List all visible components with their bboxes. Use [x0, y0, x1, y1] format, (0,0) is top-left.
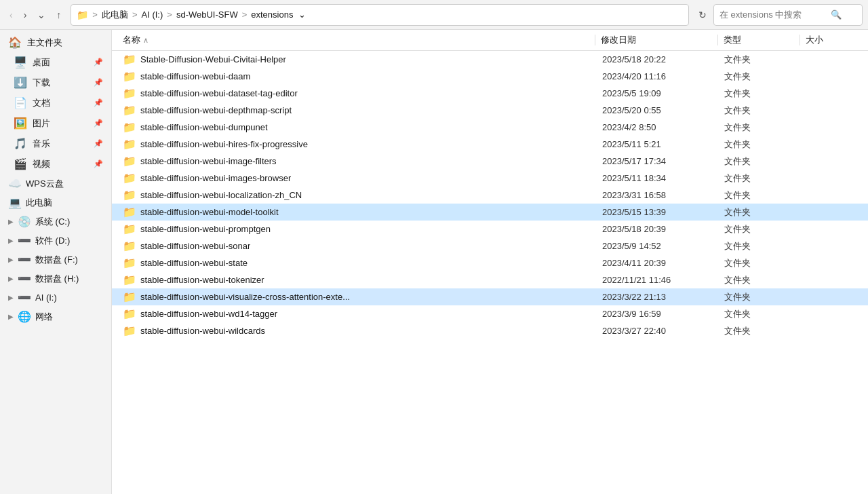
file-date: 2023/4/20 11:16 [597, 71, 719, 81]
drive-i-icon: ➖ [18, 291, 31, 304]
file-type: 文件夹 [719, 291, 800, 303]
folder-icon: 📁 [123, 189, 136, 202]
folder-icon: 📁 [123, 155, 136, 168]
sidebar-item-drive-i[interactable]: ▶ ➖ AI (I:) [3, 288, 108, 307]
file-date: 2023/5/11 18:34 [597, 173, 719, 183]
sidebar-item-network[interactable]: ▶ 🌐 网络 [3, 307, 108, 326]
table-row[interactable]: 📁 stable-diffusion-webui-images-browser … [112, 170, 868, 187]
table-row[interactable]: 📁 stable-diffusion-webui-promptgen 2023/… [112, 221, 868, 238]
file-name: stable-diffusion-webui-wd14-tagger [140, 309, 277, 319]
table-row[interactable]: 📁 stable-diffusion-webui-tokenizer 2022/… [112, 271, 868, 288]
sidebar-main-folder[interactable]: 🏠 主文件夹 [3, 33, 108, 52]
file-type: 文件夹 [719, 206, 800, 218]
sidebar-item-drive-f[interactable]: ▶ ➖ 数据盘 (F:) [3, 250, 108, 269]
file-name: stable-diffusion-webui-promptgen [140, 224, 271, 234]
file-name: stable-diffusion-webui-wildcards [140, 326, 265, 336]
sidebar-item-desktop[interactable]: 🖥️ 桌面 📌 [3, 52, 108, 72]
file-date: 2023/5/5 19:09 [597, 88, 719, 98]
chevron-right-icon: ▶ [8, 256, 14, 263]
downloads-icon: ⬇️ [14, 76, 27, 89]
folder-icon: 📁 [123, 290, 136, 303]
table-row[interactable]: 📁 stable-diffusion-webui-dataset-tag-edi… [112, 85, 868, 102]
network-icon: 🌐 [18, 310, 31, 323]
file-name: stable-diffusion-webui-image-filters [140, 156, 277, 166]
folder-icon: 📁 [123, 273, 136, 286]
file-name: stable-diffusion-webui-tokenizer [140, 275, 264, 285]
search-icon[interactable]: 🔍 [831, 10, 842, 20]
table-row[interactable]: 📁 stable-diffusion-webui-sonar 2023/5/9 … [112, 238, 868, 254]
col-header-size[interactable]: 大小 [800, 34, 868, 46]
address-dropdown-icon[interactable]: ⌄ [298, 10, 306, 20]
pin-icon: 📌 [94, 78, 103, 87]
folder-icon: 📁 [123, 172, 136, 185]
refresh-button[interactable]: ↻ [694, 7, 711, 23]
search-bar: 🔍 [713, 4, 863, 26]
dropdown-button[interactable]: ⌄ [33, 7, 50, 23]
table-row[interactable]: 📁 stable-diffusion-webui-dumpunet 2023/4… [112, 119, 868, 136]
file-name: stable-diffusion-webui-dumpunet [140, 122, 268, 132]
sidebar-item-wpscloud[interactable]: ☁️ WPS云盘 [3, 174, 108, 193]
pin-icon: 📌 [94, 98, 103, 107]
sidebar-item-drive-d[interactable]: ▶ ➖ 软件 (D:) [3, 231, 108, 250]
breadcrumb-ai[interactable]: AI (I:) [142, 10, 163, 20]
top-navigation-bar: ‹ › ⌄ ↑ 📁 > 此电脑 > AI (I:) > sd-WebUI-SFW… [0, 0, 868, 30]
col-header-type[interactable]: 类型 [718, 34, 800, 46]
file-type: 文件夹 [719, 308, 800, 320]
table-row[interactable]: 📁 stable-diffusion-webui-wildcards 2023/… [112, 322, 868, 339]
file-type: 文件夹 [719, 71, 800, 83]
file-date: 2023/3/9 16:59 [597, 309, 719, 319]
sidebar-item-pictures[interactable]: 🖼️ 图片 📌 [3, 113, 108, 133]
table-row[interactable]: 📁 stable-diffusion-webui-localization-zh… [112, 187, 868, 204]
sidebar-item-downloads[interactable]: ⬇️ 下载 📌 [3, 73, 108, 92]
file-name: stable-diffusion-webui-images-browser [140, 173, 291, 183]
computer-icon: 💻 [8, 196, 22, 209]
drive-c-icon: 💿 [18, 215, 31, 228]
table-row[interactable]: 📁 stable-diffusion-webui-hires-fix-progr… [112, 136, 868, 153]
table-row[interactable]: 📁 Stable-Diffusion-Webui-Civitai-Helper … [112, 51, 868, 68]
sidebar-item-music[interactable]: 🎵 音乐 📌 [3, 134, 108, 153]
folder-icon: 📁 [123, 53, 136, 66]
sidebar-item-videos[interactable]: 🎬 视频 📌 [3, 154, 108, 174]
file-type: 文件夹 [719, 172, 800, 185]
file-name: Stable-Diffusion-Webui-Civitai-Helper [140, 54, 286, 64]
file-date: 2023/5/15 13:39 [597, 207, 719, 217]
col-type-label: 类型 [724, 34, 741, 46]
back-button[interactable]: ‹ [5, 7, 17, 23]
chevron-right-icon: ▶ [8, 313, 14, 320]
table-row[interactable]: 📁 stable-diffusion-webui-wd14-tagger 202… [112, 305, 868, 322]
file-date: 2023/5/11 5:21 [597, 139, 719, 149]
folder-icon: 📁 [123, 307, 136, 320]
breadcrumb-extensions[interactable]: extensions [251, 10, 293, 20]
col-header-date[interactable]: 修改日期 [595, 34, 717, 46]
search-input[interactable] [719, 10, 828, 20]
table-row[interactable]: 📁 stable-diffusion-webui-model-toolkit 2… [112, 204, 868, 221]
forward-button[interactable]: › [20, 7, 31, 23]
sidebar: 🏠 主文件夹 🖥️ 桌面 📌 ⬇️ 下载 📌 📄 文档 📌 🖼️ 图片 📌 🎵 … [0, 30, 112, 494]
sort-arrow-icon: ∧ [143, 36, 149, 45]
col-name-label: 名称 [123, 34, 140, 46]
sidebar-item-drive-h[interactable]: ▶ ➖ 数据盘 (H:) [3, 269, 108, 288]
breadcrumb-sdwebui[interactable]: sd-WebUI-SFW [176, 10, 238, 20]
up-button[interactable]: ↑ [52, 7, 65, 23]
drive-d-icon: ➖ [18, 234, 31, 247]
sidebar-item-documents[interactable]: 📄 文档 📌 [3, 93, 108, 113]
table-row[interactable]: 📁 stable-diffusion-webui-image-filters 2… [112, 153, 868, 170]
music-icon: 🎵 [14, 137, 27, 150]
table-row[interactable]: 📁 stable-diffusion-webui-depthmap-script… [112, 102, 868, 119]
pin-icon: 📌 [94, 119, 103, 128]
table-row[interactable]: 📁 stable-diffusion-webui-visualize-cross… [112, 288, 868, 305]
sidebar-item-drive-c[interactable]: ▶ 💿 系统 (C:) [3, 212, 108, 231]
videos-icon: 🎬 [14, 157, 27, 170]
table-row[interactable]: 📁 stable-diffusion-webui-state 2023/4/11… [112, 254, 868, 271]
address-bar[interactable]: 📁 > 此电脑 > AI (I:) > sd-WebUI-SFW > exten… [71, 4, 689, 26]
pin-icon: 📌 [94, 139, 103, 148]
file-date: 2023/4/11 20:39 [597, 258, 719, 268]
sidebar-item-thispc[interactable]: 💻 此电脑 [3, 193, 108, 212]
folder-icon: 📁 [123, 121, 136, 134]
col-header-name[interactable]: 名称 ∧ [112, 34, 595, 46]
file-list: 📁 Stable-Diffusion-Webui-Civitai-Helper … [112, 51, 868, 339]
file-date: 2023/5/18 20:22 [597, 54, 719, 64]
file-type: 文件夹 [719, 104, 800, 117]
breadcrumb-thispc[interactable]: 此电脑 [102, 9, 128, 21]
table-row[interactable]: 📁 stable-diffusion-webui-daam 2023/4/20 … [112, 68, 868, 85]
